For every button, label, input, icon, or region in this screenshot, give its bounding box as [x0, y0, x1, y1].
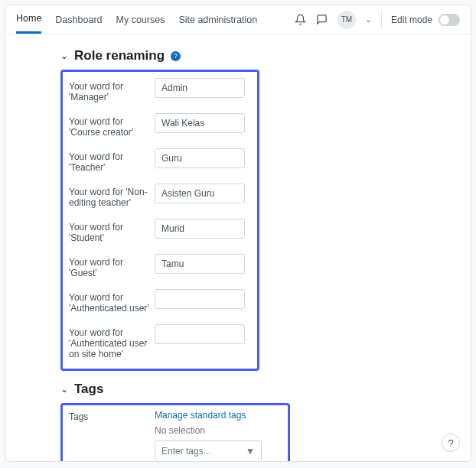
help-icon[interactable]: ?: [171, 51, 181, 61]
messages-icon[interactable]: [316, 14, 328, 26]
chevron-down-icon: ▼: [246, 446, 255, 457]
nav-site-admin[interactable]: Site administration: [178, 7, 257, 33]
floating-help-button[interactable]: ?: [442, 434, 460, 452]
label-course-creator: Your word for 'Course creator': [69, 113, 155, 138]
label-tags: Tags: [69, 410, 155, 422]
tags-select-placeholder: Enter tags...: [161, 446, 211, 457]
label-guest: Your word for 'Guest': [69, 254, 155, 278]
edit-mode-toggle[interactable]: [439, 14, 460, 26]
edit-mode-label: Edit mode: [391, 15, 432, 25]
notifications-icon[interactable]: [295, 14, 307, 26]
input-course-creator[interactable]: [155, 113, 245, 133]
nav-home[interactable]: Home: [16, 5, 41, 34]
label-teacher: Your word for 'Teacher': [69, 148, 155, 173]
label-non-editing-teacher: Your word for 'Non-editing teacher': [69, 184, 155, 208]
top-navbar: Home Dashboard My courses Site administr…: [5, 5, 471, 34]
section-title-role-renaming: Role renaming: [74, 48, 165, 63]
manage-standard-tags-link[interactable]: Manage standard tags: [155, 410, 262, 421]
role-renaming-box: Your word for 'Manager' Your word for 'C…: [60, 70, 259, 371]
user-menu-chevron-icon[interactable]: ⌄: [365, 15, 372, 24]
input-manager[interactable]: [155, 78, 245, 98]
input-auth-user-site-home[interactable]: [155, 324, 245, 344]
collapse-role-renaming-icon[interactable]: ⌄: [60, 50, 68, 61]
nav-dashboard[interactable]: Dashboard: [55, 7, 102, 33]
tags-box: Tags Manage standard tags No selection E…: [60, 403, 290, 461]
label-auth-user: Your word for 'Authenticated user': [69, 289, 155, 314]
label-manager: Your word for 'Manager': [69, 78, 155, 102]
divider: [381, 11, 382, 28]
nav-my-courses[interactable]: My courses: [116, 7, 165, 33]
input-student[interactable]: [155, 219, 245, 239]
input-non-editing-teacher[interactable]: [155, 184, 245, 203]
collapse-tags-icon[interactable]: ⌄: [60, 384, 68, 395]
tags-select[interactable]: Enter tags... ▼: [155, 440, 262, 461]
section-title-tags: Tags: [74, 382, 103, 397]
label-student: Your word for 'Student': [69, 219, 155, 243]
input-guest[interactable]: [155, 254, 245, 274]
label-auth-user-site-home: Your word for 'Authenticated user on sit…: [69, 324, 155, 359]
input-teacher[interactable]: [155, 148, 245, 168]
input-auth-user[interactable]: [155, 289, 245, 309]
user-avatar[interactable]: TM: [337, 11, 356, 29]
no-selection-text: No selection: [155, 425, 262, 436]
